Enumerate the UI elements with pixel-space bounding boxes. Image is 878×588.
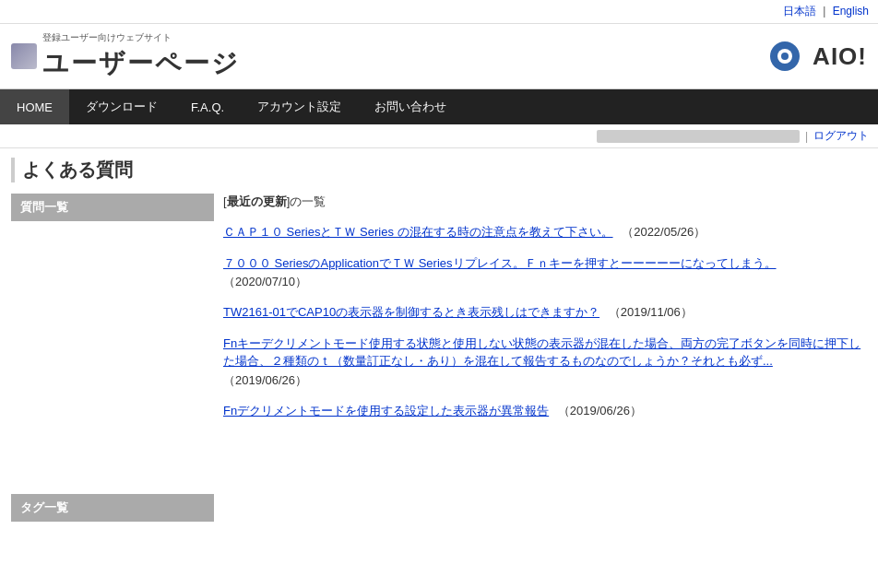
aio-logo-icon (768, 38, 813, 75)
user-bar-separator: | (805, 130, 808, 143)
user-info (597, 130, 800, 143)
sidebar-question-list[interactable]: 質問一覧 (11, 194, 214, 221)
site-icon (11, 43, 37, 69)
section-heading: [最近の更新]の一覧 (223, 194, 867, 210)
sidebar: 質問一覧 タグ一覧 (11, 194, 214, 522)
nav-download[interactable]: ダウンロード (69, 89, 174, 124)
nav-account[interactable]: アカウント設定 (241, 89, 358, 124)
sidebar-tag-list[interactable]: タグ一覧 (11, 494, 214, 522)
faq-link-4[interactable]: Fnデクリメントモードを使用する設定した表示器が異常報告 (223, 404, 549, 417)
site-subtitle: 登録ユーザー向けウェブサイト (42, 31, 240, 44)
faq-link-3[interactable]: Fnキーデクリメントモード使用する状態と使用しない状態の表示器が混在した場合、両… (223, 336, 860, 369)
nav-home[interactable]: HOME (0, 89, 69, 124)
svg-point-2 (781, 53, 789, 60)
faq-date-2: （2019/11/06） (609, 305, 693, 319)
header-text-block: 登録ユーザー向けウェブサイト ユーザーページ (42, 31, 240, 81)
faq-date-1: （2020/07/10） (223, 274, 867, 290)
faq-link-2[interactable]: TW2161-01でCAP10の表示器を制御するとき表示残しはできますか？ (223, 305, 599, 319)
lang-separator: | (823, 5, 825, 18)
faq-link-0[interactable]: ＣＡＰ１０ SeriesとＴＷ Series の混在する時の注意点を教えて下さい… (223, 225, 613, 239)
header-left: 登録ユーザー向けウェブサイト ユーザーページ (11, 31, 240, 81)
faq-date-3: （2019/06/26） (223, 372, 867, 389)
site-title: ユーザーページ (42, 46, 240, 81)
english-lang-link[interactable]: English (833, 5, 869, 18)
nav-faq[interactable]: F.A.Q. (174, 89, 241, 124)
brand-logo-text: AIO! (813, 42, 867, 71)
section-highlight: 最近の更新 (227, 194, 287, 208)
section-suffix: ]の一覧 (287, 194, 326, 208)
faq-date-0: （2022/05/26） (622, 225, 706, 239)
faq-item: Fnキーデクリメントモード使用する状態と使用しない状態の表示器が混在した場合、両… (223, 335, 867, 389)
main-content: [最近の更新]の一覧 ＣＡＰ１０ SeriesとＴＷ Series の混在する時… (223, 194, 867, 522)
brand-logo-area: AIO! (768, 38, 867, 75)
content-area: 質問一覧 タグ一覧 [最近の更新]の一覧 ＣＡＰ１０ SeriesとＴＷ Ser… (11, 194, 867, 522)
logout-link[interactable]: ログアウト (813, 128, 869, 144)
language-bar: 日本語 | English (0, 0, 878, 24)
page-title: よくある質問 (11, 158, 867, 182)
faq-item: Fnデクリメントモードを使用する設定した表示器が異常報告 （2019/06/26… (223, 402, 867, 420)
main-nav: HOME ダウンロード F.A.Q. アカウント設定 お問い合わせ (0, 89, 878, 124)
japanese-lang-link[interactable]: 日本語 (783, 5, 816, 18)
faq-item: ＣＡＰ１０ SeriesとＴＷ Series の混在する時の注意点を教えて下さい… (223, 223, 867, 241)
page-content: よくある質問 質問一覧 タグ一覧 [最近の更新]の一覧 ＣＡＰ１０ Series… (0, 148, 878, 531)
user-bar: | ログアウト (0, 124, 878, 148)
page-header: 登録ユーザー向けウェブサイト ユーザーページ AIO! (0, 24, 878, 89)
faq-item: TW2161-01でCAP10の表示器を制御するとき表示残しはできますか？ （2… (223, 303, 867, 322)
faq-item: ７０００ SeriesのApplicationでＴＷ Seriesリプレイス。Ｆ… (223, 254, 867, 291)
faq-date-4: （2019/06/26） (558, 404, 642, 417)
nav-contact[interactable]: お問い合わせ (358, 89, 463, 124)
faq-link-1[interactable]: ７０００ SeriesのApplicationでＴＷ Seriesリプレイス。Ｆ… (223, 256, 777, 270)
